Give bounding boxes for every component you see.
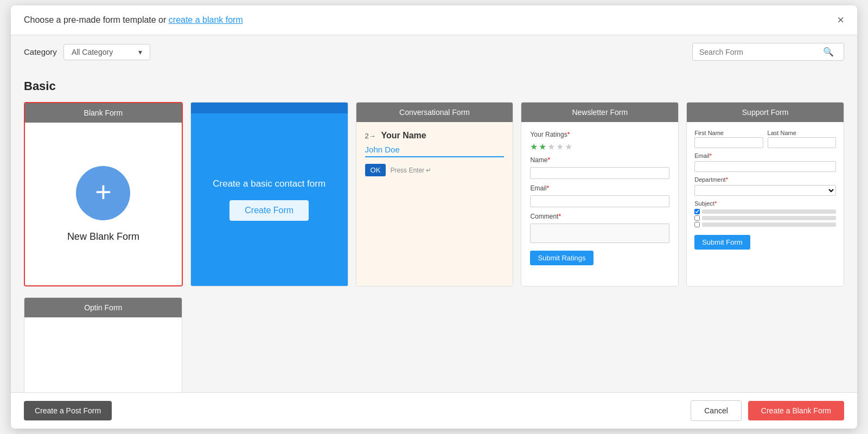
star-3: ★ <box>547 142 555 152</box>
star-2: ★ <box>539 142 546 152</box>
toolbar: Category All Category ▾ 🔍 <box>11 35 857 68</box>
header-prefix: Choose a pre-made form template or <box>24 15 169 24</box>
content-area: Basic Blank Form + New Blank Form <box>11 68 857 392</box>
cancel-button[interactable]: Cancel <box>691 400 742 421</box>
header-text: Choose a pre-made form template or creat… <box>24 15 243 25</box>
conv-step: 2→ Your Name <box>365 131 426 141</box>
nf-comment-textarea <box>530 224 669 243</box>
conv-ok-button[interactable]: OK <box>365 164 386 176</box>
nf-submit-button[interactable]: Submit Ratings <box>530 251 593 265</box>
conv-name-label: Your Name <box>381 131 426 140</box>
sf-email-input <box>694 161 836 172</box>
sf-last-name-input <box>768 137 836 148</box>
sf-last-name-col: Last Name <box>768 130 836 148</box>
category-section: Category All Category ▾ <box>24 44 150 60</box>
sf-name-row: First Name Last Name <box>694 130 836 148</box>
contact-form-header <box>191 103 348 113</box>
optin-form-body <box>24 317 182 392</box>
star-rating: ★ ★ ★ ★ ★ <box>530 142 572 152</box>
sf-department-label: Department* <box>694 176 728 183</box>
basic-cards-row: Blank Form + New Blank Form Create a bas… <box>24 102 844 286</box>
search-input[interactable] <box>699 48 819 56</box>
nf-email-input <box>530 195 669 207</box>
sf-first-name-label: First Name <box>694 130 763 136</box>
search-icon: 🔍 <box>823 47 834 57</box>
sf-first-name-col: First Name <box>694 130 763 148</box>
sf-department-select[interactable] <box>694 185 836 196</box>
footer-right-actions: Cancel Create a Blank Form <box>691 400 844 421</box>
sf-last-name-label: Last Name <box>768 130 836 136</box>
newsletter-form-header: Newsletter Form <box>521 103 678 122</box>
sf-checkbox-1 <box>694 209 836 214</box>
optin-form-card[interactable]: Optin Form <box>24 297 182 392</box>
blank-form-body: + New Blank Form <box>25 123 182 285</box>
star-5: ★ <box>565 142 572 152</box>
nf-comment-label: Comment* <box>530 213 561 220</box>
conv-name-value: John Doe <box>365 145 505 157</box>
star-1: ★ <box>530 142 538 152</box>
search-box: 🔍 <box>692 43 844 61</box>
modal-footer: Create a Post Form Cancel Create a Blank… <box>11 392 857 429</box>
support-form-header: Support Form <box>687 103 844 122</box>
conversational-form-card[interactable]: Conversational Form 2→ Your Name John Do… <box>356 102 514 286</box>
create-post-form-button[interactable]: Create a Post Form <box>24 401 112 420</box>
nf-name-input <box>530 167 669 179</box>
sf-checkboxes <box>694 209 836 227</box>
support-form-card[interactable]: Support Form First Name Last Name <box>686 102 844 286</box>
star-4: ★ <box>556 142 564 152</box>
contact-form-card[interactable]: Create a basic contact form Create Form <box>190 102 348 286</box>
create-blank-button[interactable]: Create a Blank Form <box>748 401 844 420</box>
sf-checkbox-2 <box>694 215 836 221</box>
sf-first-name-input <box>694 137 763 148</box>
category-dropdown[interactable]: All Category ▾ <box>63 44 150 60</box>
template-chooser-modal: Choose a pre-made form template or creat… <box>11 5 857 429</box>
sf-subject-label: Subject* <box>694 200 717 207</box>
modal-header: Choose a pre-made form template or creat… <box>11 5 857 35</box>
newsletter-form-body: Your Ratings* ★ ★ ★ ★ ★ Name* Email* <box>521 122 678 286</box>
nf-email-label: Email* <box>530 184 549 192</box>
blank-form-name: New Blank Form <box>67 231 139 242</box>
blank-form-header: Blank Form <box>25 103 182 123</box>
ratings-label: Your Ratings* <box>530 131 570 138</box>
create-blank-link[interactable]: create a blank form <box>169 15 243 24</box>
nf-name-label: Name* <box>530 156 550 164</box>
second-cards-row: Optin Form <box>24 297 844 392</box>
conversational-form-header: Conversational Form <box>356 103 513 122</box>
newsletter-form-card[interactable]: Newsletter Form Your Ratings* ★ ★ ★ ★ ★ … <box>521 102 679 286</box>
blank-form-card[interactable]: Blank Form + New Blank Form <box>24 102 183 286</box>
sf-email-label: Email* <box>694 152 712 159</box>
sf-checkbox-3 <box>694 222 836 227</box>
sf-submit-button[interactable]: Submit Form <box>694 235 750 250</box>
close-button[interactable]: × <box>837 14 844 26</box>
category-value: All Category <box>72 48 113 56</box>
create-form-button[interactable]: Create Form <box>229 200 309 221</box>
conv-press-enter: Press Enter ↵ <box>390 167 431 174</box>
contact-form-text: Create a basic contact form <box>213 178 326 189</box>
conversational-form-body: 2→ Your Name John Doe OK Press Enter ↵ <box>356 122 513 286</box>
category-label: Category <box>24 47 57 56</box>
chevron-down-icon: ▾ <box>138 48 142 56</box>
conv-ok-row: OK Press Enter ↵ <box>365 164 432 176</box>
plus-icon: + <box>95 178 111 206</box>
support-form-body: First Name Last Name Email* Department <box>687 122 844 286</box>
section-basic-title: Basic <box>24 79 844 93</box>
contact-form-body: Create a basic contact form Create Form <box>191 113 348 286</box>
plus-circle-icon: + <box>76 166 130 220</box>
optin-form-header: Optin Form <box>24 298 182 317</box>
